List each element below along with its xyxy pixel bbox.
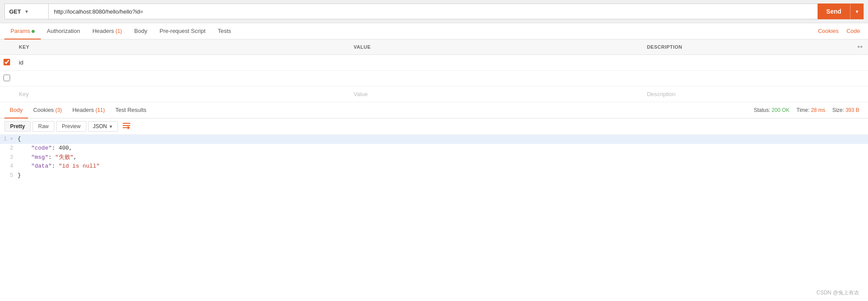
tab-params-label: Params — [11, 28, 30, 34]
format-preview-btn[interactable]: Preview — [56, 121, 86, 132]
tab-headers[interactable]: Headers (1) — [86, 23, 128, 39]
tab-tests[interactable]: Tests — [212, 23, 237, 39]
cookies-badge: (3) — [55, 107, 62, 113]
desc-input-1[interactable] — [645, 57, 849, 68]
col-key: KEY — [14, 39, 348, 55]
code-line-5: 5 } — [0, 171, 868, 180]
response-tab-testresults[interactable]: Test Results — [110, 102, 152, 118]
key-cell-1[interactable] — [14, 55, 348, 71]
col-value: VALUE — [348, 39, 642, 55]
col-extra: •• — [852, 39, 868, 55]
format-type-arrow: ▼ — [109, 124, 113, 129]
params-table: KEY VALUE DESCRIPTION •• — [0, 39, 868, 102]
format-pretty-btn[interactable]: Pretty — [4, 121, 31, 132]
response-tab-testresults-label: Test Results — [115, 107, 146, 113]
response-tab-headers[interactable]: Headers (11) — [67, 102, 110, 118]
line-num-1: 1 ▾ — [0, 135, 18, 143]
time-label: Time: 28 ms — [797, 107, 825, 113]
desc-cell-2[interactable] — [642, 71, 852, 86]
code-line-1: 1 ▾ { — [0, 135, 868, 144]
value-input-2[interactable] — [352, 73, 638, 83]
right-tabs: Cookies Code — [814, 23, 864, 39]
response-tab-headers-label: Headers — [72, 107, 96, 113]
tab-authorization[interactable]: Authorization — [41, 23, 86, 39]
method-dropdown-arrow: ▼ — [25, 9, 29, 14]
key-input-placeholder[interactable] — [17, 89, 345, 99]
checkbox-cell-1[interactable] — [0, 55, 14, 71]
code-line-2: 2 "code": 400, — [0, 144, 868, 153]
line-content-5: } — [18, 171, 868, 180]
cookies-right-label: Cookies — [818, 28, 839, 34]
line-num-4: 4 — [0, 162, 18, 171]
format-bar: Pretty Raw Preview JSON ▼ — [0, 118, 868, 135]
desc-input-placeholder[interactable] — [645, 89, 849, 99]
key-cell-ph[interactable] — [14, 86, 348, 102]
response-tab-body[interactable]: Body — [4, 102, 28, 118]
tab-authorization-label: Authorization — [47, 28, 80, 34]
url-input[interactable] — [48, 4, 818, 19]
line-num-5: 5 — [0, 171, 18, 180]
col-checkbox — [0, 39, 14, 55]
response-section: Body Cookies (3) Headers (11) Test Resul… — [0, 102, 868, 205]
tab-cookies-right[interactable]: Cookies — [814, 23, 842, 39]
line-content-4: "data": "id is null" — [18, 162, 868, 171]
request-tabs: Params Authorization Headers (1) Body Pr… — [0, 23, 868, 39]
line-content-1: { — [18, 135, 868, 144]
tab-body-label: Body — [134, 28, 147, 34]
value-cell-2[interactable] — [348, 71, 642, 86]
response-status: Status: 200 OK Time: 28 ms Size: 393 B — [754, 107, 864, 113]
status-label: Status: 200 OK — [754, 107, 789, 113]
row2-checkbox[interactable] — [4, 75, 10, 81]
line-num-3: 3 — [0, 153, 18, 162]
send-dropdown-arrow[interactable]: ▼ — [850, 4, 864, 19]
key-input-1[interactable] — [17, 57, 345, 68]
code-line-4: 4 "data": "id is null" — [0, 162, 868, 171]
response-tab-cookies[interactable]: Cookies (3) — [28, 102, 67, 118]
desc-input-2[interactable] — [645, 73, 849, 83]
row-ph-extra — [852, 86, 868, 102]
value-cell-1[interactable] — [348, 55, 642, 71]
tab-headers-label: Headers — [93, 28, 116, 34]
line-content-2: "code": 400, — [18, 144, 868, 153]
tab-params[interactable]: Params — [4, 23, 41, 39]
time-value: 28 ms — [811, 107, 825, 113]
code-area: 1 ▾ { 2 "code": 400, 3 "msg": "失败", 4 "d… — [0, 135, 868, 205]
method-select[interactable]: GET ▼ — [4, 4, 48, 19]
tab-body[interactable]: Body — [128, 23, 154, 39]
row2-extra — [852, 71, 868, 86]
table-row — [0, 55, 868, 71]
status-value: 200 OK — [772, 107, 789, 113]
value-input-1[interactable] — [352, 57, 638, 68]
wrap-svg — [122, 122, 132, 129]
response-tabs: Body Cookies (3) Headers (11) Test Resul… — [0, 102, 868, 118]
value-input-placeholder[interactable] — [352, 89, 638, 99]
checkbox-cell-2[interactable] — [0, 71, 14, 86]
tab-code-right[interactable]: Code — [843, 23, 864, 39]
value-cell-ph[interactable] — [348, 86, 642, 102]
key-input-2[interactable] — [17, 73, 345, 83]
table-row — [0, 71, 868, 86]
headers-badge: (1) — [115, 28, 122, 34]
size-label: Size: 393 B — [832, 107, 859, 113]
tab-prerequest-label: Pre-request Script — [160, 28, 206, 34]
wrap-icon[interactable] — [122, 122, 132, 132]
format-raw-btn[interactable]: Raw — [32, 121, 54, 132]
params-dot — [32, 30, 35, 33]
code-line-3: 3 "msg": "失败", — [0, 153, 868, 162]
tab-tests-label: Tests — [218, 28, 231, 34]
key-cell-2[interactable] — [14, 71, 348, 86]
size-value: 393 B — [846, 107, 859, 113]
line-content-3: "msg": "失败", — [18, 153, 868, 162]
tab-prerequest[interactable]: Pre-request Script — [154, 23, 212, 39]
resp-headers-badge: (11) — [96, 107, 105, 113]
table-row-placeholder — [0, 86, 868, 102]
row1-checkbox[interactable] — [4, 59, 10, 65]
desc-cell-1[interactable] — [642, 55, 852, 71]
response-tab-body-label: Body — [10, 107, 23, 113]
desc-cell-ph[interactable] — [642, 86, 852, 102]
format-type-select[interactable]: JSON ▼ — [88, 121, 118, 132]
line-num-2: 2 — [0, 144, 18, 153]
checkbox-cell-ph — [0, 86, 14, 102]
send-button[interactable]: Send ▼ — [818, 4, 864, 19]
method-label: GET — [9, 8, 21, 15]
